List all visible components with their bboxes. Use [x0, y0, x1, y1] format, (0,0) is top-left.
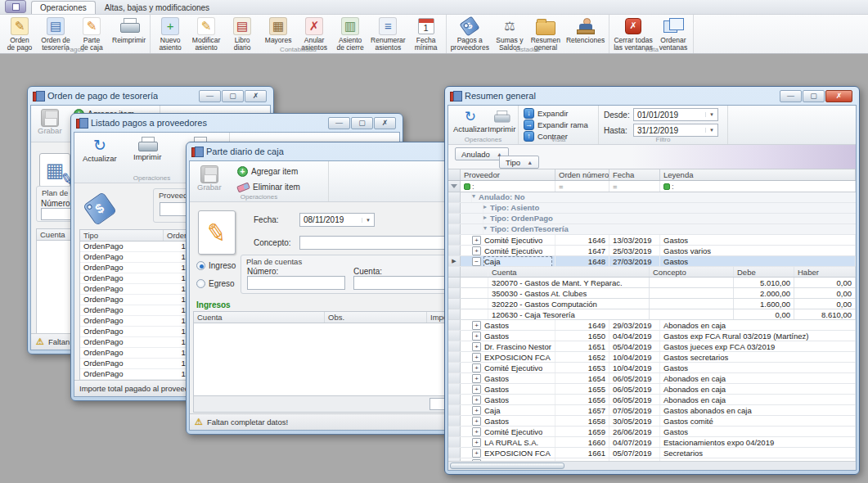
maximize-button[interactable]: ▢: [803, 90, 825, 102]
groupby-tipo-pill[interactable]: Tipo▲: [499, 156, 539, 169]
expand-row-icon[interactable]: +: [472, 438, 481, 447]
grid-data-row[interactable]: +Comité Ejecutivo164613/03/2019Gastos: [448, 235, 856, 246]
collapse-group-icon[interactable]: ▾: [483, 224, 487, 234]
grid-data-row[interactable]: +LA RURAL S.A.166004/07/2019Estacionamie…: [448, 437, 856, 448]
resumen-grid-body: ▾Anulado: No▸Tipo: Asiento▸Tipo: OrdenPa…: [448, 192, 856, 461]
grid-group-row[interactable]: ▸Tipo: Asiento: [448, 203, 856, 214]
filter-proveedor[interactable]: :: [461, 181, 555, 192]
grid-data-row[interactable]: ▶−Caja164827/03/2019Gastos: [448, 256, 856, 267]
fecha-combo[interactable]: 08/11/2019▼: [299, 213, 375, 227]
grid-group-row[interactable]: ▸Tipo: OrdenPago: [448, 214, 856, 224]
grid-data-row[interactable]: +Gastos165506/05/2019Abonados en caja: [448, 384, 856, 395]
save-button[interactable]: Grabar: [194, 164, 225, 193]
expand-row-icon[interactable]: +: [472, 406, 481, 415]
column-header-orden-numero[interactable]: Orden número: [555, 169, 609, 180]
filter-fecha[interactable]: =: [609, 181, 660, 192]
window-titlebar[interactable]: Resumen general — ▢ ✗: [447, 87, 857, 105]
expand-row-icon[interactable]: +: [472, 374, 481, 383]
column-header-proveedor[interactable]: Proveedor: [461, 169, 555, 180]
save-button[interactable]: Grabar: [34, 107, 65, 137]
column-header-fecha[interactable]: Fecha: [609, 169, 660, 180]
fecha-label: Fecha:: [254, 215, 279, 224]
grid-data-row[interactable]: +Gastos165004/04/2019Gastos exp FCA Rura…: [448, 331, 856, 341]
window-titlebar[interactable]: Orden de pago de tesorería — ▢ ✗: [30, 87, 271, 105]
grid-data-row[interactable]: +Comité Ejecutivo165310/04/2019Gastos: [448, 363, 856, 373]
desde-combo[interactable]: 01/01/2019▼: [633, 108, 718, 121]
expandir-rama-button[interactable]: → Expandir rama: [524, 120, 588, 130]
remove-item-button[interactable]: Eliminar item: [237, 183, 300, 192]
cell-leyenda: Gastos comité: [660, 416, 856, 426]
scrollbar-thumb[interactable]: [450, 463, 564, 469]
filter-leyenda[interactable]: :: [660, 181, 856, 192]
maximize-button[interactable]: ▢: [222, 90, 244, 102]
cell-leyenda: Abonados en caja: [660, 373, 856, 383]
grid-filter-row[interactable]: : = = :: [448, 181, 856, 192]
grid-data-row[interactable]: +Caja165707/05/2019Gastos abonados en ca…: [448, 405, 856, 416]
subtable-row[interactable]: 350030 - Gastos At. Clubes2.000,000,00: [448, 288, 856, 299]
imprimir-button[interactable]: Imprimir: [484, 107, 519, 135]
close-button[interactable]: ✗: [374, 117, 396, 129]
resumen-grid[interactable]: Proveedor Orden número Fecha Leyenda : =…: [448, 169, 856, 461]
warning-icon: ⚠: [36, 336, 44, 347]
subcell-debe: 5.010,00: [734, 278, 794, 287]
hasta-combo[interactable]: 31/12/2019▼: [633, 124, 718, 137]
expand-row-icon[interactable]: +: [472, 246, 481, 255]
expand-group-icon[interactable]: ▸: [483, 203, 487, 213]
grid-data-row[interactable]: +EXPOSICION FCA RURA...165210/04/2019Gas…: [448, 352, 856, 363]
minimize-button[interactable]: —: [780, 90, 802, 102]
ingresos-title: Ingresos: [196, 300, 231, 309]
grid-data-row[interactable]: +Comité Ejecutivo164725/03/2019Gastos va…: [448, 246, 856, 256]
grid-data-row[interactable]: +Gastos165606/05/2019Abonados en caja: [448, 395, 856, 405]
expand-row-icon[interactable]: +: [472, 321, 481, 330]
grid-data-row[interactable]: +Comité Ejecutivo165926/06/2019Gastos: [448, 427, 856, 437]
collapse-group-icon[interactable]: ▾: [472, 192, 475, 202]
group-by-panel[interactable]: Anulado▲ Tipo▲: [448, 145, 856, 169]
subtable-row[interactable]: 320220 - Gastos Computación1.600,000,00: [448, 299, 856, 309]
maximize-button[interactable]: ▢: [351, 117, 373, 129]
grid-header-row[interactable]: Proveedor Orden número Fecha Leyenda: [448, 169, 856, 181]
ribbon-tab-operaciones[interactable]: Operaciones: [31, 1, 96, 14]
grid-data-row[interactable]: +Gastos165406/05/2019Abonados en caja: [448, 373, 856, 384]
grid-group-row[interactable]: ▾Tipo: OrdenTesorería: [448, 224, 856, 235]
expand-row-icon[interactable]: +: [472, 385, 481, 394]
grid-data-row[interactable]: +Dr. Frascino Nestor165105/04/2019Gastos…: [448, 341, 856, 352]
expand-row-icon[interactable]: +: [472, 395, 481, 404]
ingreso-radio[interactable]: Ingreso: [196, 261, 236, 270]
collapse-row-icon[interactable]: −: [472, 257, 481, 266]
grid-data-row[interactable]: +Gastos164929/03/2019Abonados en caja: [448, 320, 856, 331]
actualizar-button[interactable]: ↻ Actualizar: [79, 135, 120, 165]
expand-row-icon[interactable]: +: [472, 342, 481, 351]
minimize-button[interactable]: —: [328, 117, 350, 129]
close-button[interactable]: ✗: [825, 90, 852, 102]
subtable-row[interactable]: 320070 - Gastos de Mant. Y Reparac.5.010…: [448, 278, 856, 288]
egreso-radio[interactable]: Egreso: [196, 279, 235, 288]
new-entry-icon: +: [161, 17, 179, 35]
expand-row-icon[interactable]: +: [472, 427, 481, 436]
subcell-concepto: [650, 288, 734, 298]
subtable-row[interactable]: 120630 - Caja Tesorería0,008.610,00: [448, 309, 856, 320]
subtable-header-row[interactable]: CuentaConceptoDebeHaber: [448, 267, 856, 278]
close-button[interactable]: ✗: [245, 90, 267, 102]
grid-data-row[interactable]: +EXPOSICION FCA 06/2019166105/07/2019Sec…: [448, 448, 856, 458]
add-item-button[interactable]: + Agregar item: [237, 166, 298, 177]
expand-row-icon[interactable]: +: [472, 449, 481, 458]
window-titlebar[interactable]: Listado pagos a proveedores — ▢ ✗: [74, 114, 400, 132]
numero-input[interactable]: [247, 276, 345, 290]
expand-group-icon[interactable]: ▸: [483, 214, 487, 223]
expand-row-icon[interactable]: +: [472, 332, 481, 341]
expand-row-icon[interactable]: +: [472, 417, 481, 426]
expand-row-icon[interactable]: +: [472, 353, 481, 362]
imprimir-button[interactable]: Imprimir: [130, 135, 164, 163]
expand-row-icon[interactable]: +: [472, 363, 481, 372]
minimize-button[interactable]: —: [199, 90, 221, 102]
expandir-button[interactable]: ↓ Expandir: [524, 108, 569, 119]
grid-group-row[interactable]: ▾Anulado: No: [448, 192, 856, 203]
ribbon-tab-altas-bajas[interactable]: Altas, bajas y modificaciones: [96, 1, 218, 14]
grid-data-row[interactable]: +Gastos165830/05/2019Gastos comité: [448, 416, 856, 427]
column-header-leyenda[interactable]: Leyenda: [660, 169, 856, 180]
horizontal-scrollbar[interactable]: [448, 461, 856, 470]
filter-orden[interactable]: =: [555, 181, 609, 192]
cell-proveedor: +EXPOSICION FCA RURA...: [461, 352, 555, 362]
expand-row-icon[interactable]: +: [472, 236, 481, 245]
app-logo-icon[interactable]: [5, 0, 26, 13]
